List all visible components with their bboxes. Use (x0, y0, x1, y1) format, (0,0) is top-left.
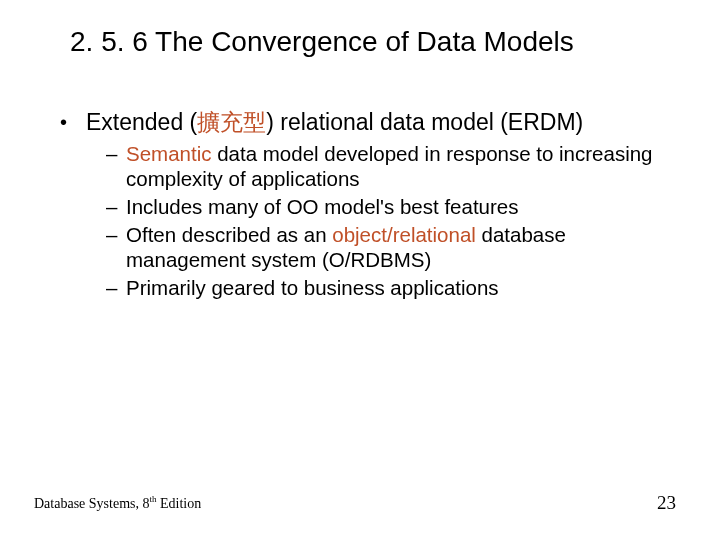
bullet-level2-text: Includes many of OO model's best feature… (126, 194, 670, 220)
bullet-level1: • Extended (擴充型) relational data model (… (60, 108, 670, 137)
bullet-level2: – Includes many of OO model's best featu… (106, 194, 670, 220)
bullet-level2-text: Often described as an object/relational … (126, 222, 670, 273)
dash-icon: – (106, 222, 126, 273)
footer-source-b: Edition (157, 496, 202, 511)
bullet-level2: – Semantic data model developed in respo… (106, 141, 670, 192)
bullet-level1-text: Extended (擴充型) relational data model (ER… (86, 108, 670, 137)
sub-pre: Primarily geared to business application… (126, 276, 499, 299)
slide: 2. 5. 6 The Convergence of Data Models •… (0, 0, 720, 540)
lead-accent: 擴充型 (197, 109, 266, 135)
sub-accent: Semantic (126, 142, 211, 165)
sub-pre: Includes many of OO model's best feature… (126, 195, 518, 218)
dash-icon: – (106, 194, 126, 220)
slide-body: • Extended (擴充型) relational data model (… (60, 108, 670, 303)
bullet-level2: – Primarily geared to business applicati… (106, 275, 670, 301)
dash-icon: – (106, 275, 126, 301)
bullet-level2-text: Semantic data model developed in respons… (126, 141, 670, 192)
slide-title: 2. 5. 6 The Convergence of Data Models (70, 26, 680, 58)
bullet-dot-icon: • (60, 108, 86, 137)
footer-source-a: Database Systems, 8 (34, 496, 149, 511)
footer-source: Database Systems, 8th Edition (34, 494, 201, 512)
dash-icon: – (106, 141, 126, 192)
bullet-level2-text: Primarily geared to business application… (126, 275, 670, 301)
sub-accent: object/relational (332, 223, 476, 246)
lead-b: ) relational data model (ERDM) (266, 109, 583, 135)
lead-a: Extended ( (86, 109, 197, 135)
bullet-level2-group: – Semantic data model developed in respo… (106, 141, 670, 301)
page-number: 23 (657, 492, 676, 514)
footer-source-sup: th (149, 494, 156, 504)
bullet-level2: – Often described as an object/relationa… (106, 222, 670, 273)
sub-pre: Often described as an (126, 223, 332, 246)
